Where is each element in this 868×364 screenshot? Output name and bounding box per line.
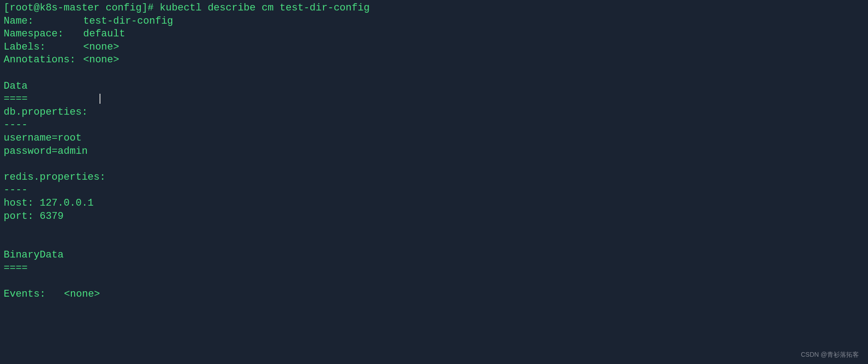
events-line: Events: <none> [4, 288, 864, 301]
namespace-label: Namespace: [4, 28, 83, 41]
blank-line [4, 223, 864, 236]
command-prompt-line[interactable]: [root@k8s-master config]# kubectl descri… [4, 2, 864, 15]
entry-separator: ---- [4, 184, 864, 197]
blank-line [4, 236, 864, 249]
namespace-field-row: Namespace: default [4, 28, 864, 41]
data-header: Data [4, 80, 864, 93]
watermark-text: CSDN @青衫落拓客 [801, 350, 859, 359]
redis-port-line: port: 6379 [4, 210, 864, 223]
labels-label: Labels: [4, 41, 83, 54]
db-properties-key: db.properties: [4, 106, 864, 119]
events-label: Events: [4, 288, 45, 300]
namespace-value: default [83, 28, 125, 41]
redis-host-line: host: 127.0.0.1 [4, 197, 864, 210]
blank-line [4, 158, 864, 171]
labels-field-row: Labels: <none> [4, 41, 864, 54]
labels-value: <none> [83, 41, 119, 54]
shell-prompt: [root@k8s-master config]# [4, 2, 160, 14]
db-password-line: password=admin [4, 145, 864, 158]
redis-properties-key: redis.properties: [4, 171, 864, 184]
data-separator: ==== [4, 93, 864, 106]
name-value: test-dir-config [83, 15, 173, 28]
name-field-row: Name: test-dir-config [4, 15, 864, 28]
command-text: kubectl describe cm test-dir-config [160, 2, 369, 14]
annotations-value: <none> [83, 54, 119, 67]
db-username-line: username=root [4, 132, 864, 145]
entry-separator: ---- [4, 119, 864, 132]
binarydata-header: BinaryData [4, 249, 864, 262]
blank-line [4, 275, 864, 288]
annotations-field-row: Annotations: <none> [4, 54, 864, 67]
events-value: <none> [64, 288, 100, 300]
name-label: Name: [4, 15, 83, 28]
blank-line [4, 67, 864, 80]
annotations-label: Annotations: [4, 54, 83, 67]
binarydata-separator: ==== [4, 262, 864, 275]
text-cursor-icon [100, 94, 100, 104]
